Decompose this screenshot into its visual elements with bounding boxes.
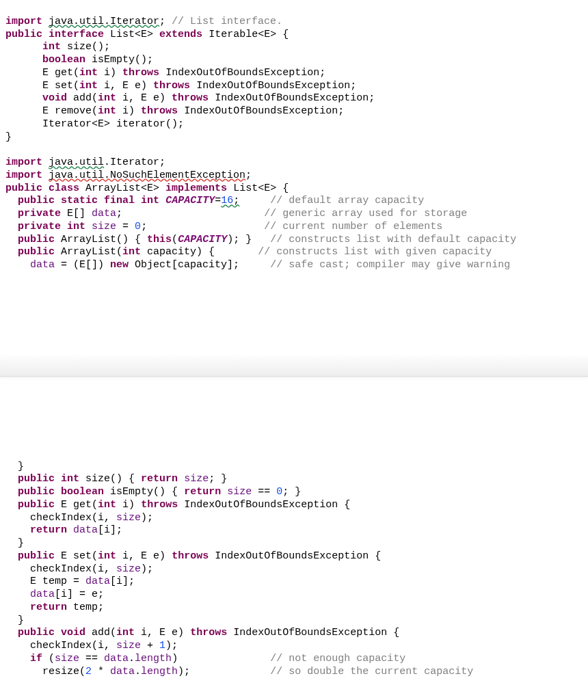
end: ): [172, 653, 178, 664]
semi: ;: [116, 208, 122, 219]
keyword-public: public: [18, 195, 55, 206]
field-ref: size: [116, 640, 141, 651]
brace-close: }: [18, 461, 24, 472]
rest: .Iterator;: [104, 157, 165, 168]
keyword-public: public: [18, 627, 55, 638]
keyword-private: private: [18, 221, 61, 232]
semi: ;: [233, 195, 239, 206]
line: checkIndex(i, size + 1);: [5, 640, 178, 651]
keyword-public: public: [5, 183, 42, 194]
keyword-public: public: [18, 246, 55, 258]
keyword-throws: throws: [172, 550, 209, 562]
keyword-int: int: [141, 195, 159, 206]
keyword-public: public: [18, 486, 55, 498]
line: public ArrayList() { this(CAPACITY); } /…: [5, 234, 516, 245]
line-comment: // List interface.: [172, 16, 282, 27]
dot: .: [135, 666, 141, 677]
method-call: checkIndex(i,: [30, 640, 110, 651]
constant-ref: CAPACITY: [178, 234, 227, 245]
line: public class ArrayList<E> implements Lis…: [5, 183, 289, 194]
keyword-int: int: [98, 550, 116, 562]
method-call: resize(: [42, 666, 85, 677]
field-ref: data: [110, 666, 135, 677]
keyword-throws: throws: [141, 499, 178, 511]
method-name: add(: [92, 627, 116, 638]
keyword-throws: throws: [122, 67, 159, 79]
exception: IndexOutOfBoundsException;: [215, 92, 375, 104]
exception: IndexOutOfBoundsException;: [165, 67, 325, 79]
line: public ArrayList(int capacity) { // cons…: [5, 246, 492, 258]
line-comment: // safe cast; compiler may give warning: [270, 259, 510, 271]
type-name: List<E>: [110, 29, 153, 40]
keyword-boolean: boolean: [61, 486, 104, 498]
keyword-return: return: [30, 524, 67, 536]
field-ref: length: [135, 653, 172, 664]
keyword-interface: interface: [49, 29, 104, 40]
line-comment: // default array capacity: [270, 195, 424, 206]
number-literal: 1: [159, 640, 165, 651]
method-sig: Iterator<E> iterator();: [42, 118, 184, 130]
params: i): [116, 499, 135, 511]
keyword-import: import: [5, 157, 42, 168]
field-name: data: [92, 208, 116, 219]
constant: CAPACITY: [165, 195, 215, 206]
line: checkIndex(i, size);: [5, 512, 153, 524]
keyword-new: new: [110, 259, 129, 271]
number-literal: 0: [135, 221, 141, 232]
method-sig: size() {: [85, 473, 135, 485]
keyword-final: final: [104, 195, 135, 206]
class-name: ArrayList<E>: [85, 183, 159, 194]
supertype: List<E> {: [233, 183, 289, 194]
exception: IndexOutOfBoundsException;: [196, 80, 356, 92]
keyword-void: void: [61, 627, 85, 638]
keyword-int: int: [67, 221, 85, 232]
line: return data[i];: [5, 524, 122, 536]
keyword-class: class: [49, 183, 79, 194]
expr: Object[capacity];: [129, 259, 239, 271]
method-call: checkIndex(i,: [30, 563, 110, 575]
keyword-import: import: [5, 16, 42, 27]
line: if (size == data.length) // not enough c…: [5, 653, 405, 664]
number-literal: 2: [85, 666, 92, 677]
index: [i];: [110, 576, 135, 587]
params: capacity) {: [141, 246, 215, 258]
method-sig: isEmpty() {: [110, 486, 178, 498]
line: public E get(int i) throws IndexOutOfBou…: [5, 499, 350, 511]
var: temp;: [67, 602, 104, 613]
exception: IndexOutOfBoundsException {: [215, 550, 381, 562]
equals: =: [116, 221, 135, 232]
field-ref: data: [30, 259, 55, 271]
line: E remove(int i) throws IndexOutOfBoundsE…: [5, 105, 344, 117]
field-ref: length: [141, 666, 178, 677]
method-sig: isEmpty();: [92, 54, 153, 66]
keyword-this: this: [147, 234, 172, 245]
keyword-int: int: [61, 473, 79, 485]
line-comment: // not enough capacity: [270, 653, 405, 664]
line: }: [5, 461, 24, 472]
field-ref: size: [184, 473, 209, 485]
keyword-int: int: [98, 92, 116, 104]
end: ; }: [282, 486, 301, 498]
params: i, E e): [98, 80, 147, 92]
field-ref: data: [104, 653, 129, 664]
ctor: ArrayList() {: [61, 234, 141, 245]
line: import java.util.Iterator; // List inter…: [5, 16, 282, 27]
line: import java.util.Iterator;: [5, 157, 165, 168]
semi: ;: [159, 16, 165, 27]
import-path-error: java.util.NoSuchElementException: [49, 170, 245, 181]
var-decl: E temp =: [30, 576, 79, 587]
line: E set(int i, E e) throws IndexOutOfBound…: [5, 80, 356, 92]
line-comment: // constructs list with given capacity: [258, 246, 492, 258]
field-ref: size: [227, 486, 252, 498]
params: i, E e): [116, 92, 165, 104]
method-name: set(: [55, 80, 79, 92]
equals: ==: [252, 486, 276, 498]
keyword-int: int: [42, 41, 61, 53]
keyword-int: int: [79, 80, 98, 92]
equals: =: [215, 195, 221, 206]
end: );: [165, 640, 178, 651]
line: public static final int CAPACITY=16; // …: [5, 195, 424, 206]
keyword-implements: implements: [165, 183, 227, 194]
method-name: get(: [55, 67, 79, 79]
line: Iterator<E> iterator();: [5, 118, 184, 130]
